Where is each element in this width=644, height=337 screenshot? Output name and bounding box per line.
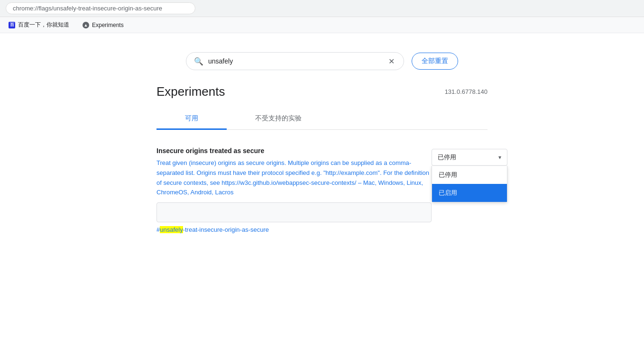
anchor-suffix: -treat-insecure-origin-as-secure	[183, 226, 269, 233]
search-input[interactable]: unsafely	[208, 57, 382, 65]
dropdown-menu: 已停用 已启用	[432, 166, 507, 202]
anchor-highlight: unsafely	[160, 226, 183, 233]
page-title: Experiments	[156, 84, 225, 99]
flag-content: Insecure origins treated as secure Treat…	[156, 147, 432, 233]
chevron-down-icon: ▾	[498, 154, 501, 161]
flag-anchor-link[interactable]: #unsafely-treat-insecure-origin-as-secur…	[156, 226, 269, 233]
tab-unavailable[interactable]: 不受支持的实验	[227, 109, 330, 130]
tabs-container: 可用 不受支持的实验	[156, 109, 488, 130]
bookmark-baidu-label: 百度一下，你就知道	[18, 21, 69, 29]
flag-anchor: #unsafely-treat-insecure-origin-as-secur…	[156, 226, 432, 233]
search-box: 🔍 unsafely ✕	[186, 52, 404, 70]
flag-dropdown-button[interactable]: 已停用 ▾	[432, 149, 507, 166]
dropdown-current-value: 已停用	[438, 153, 456, 162]
experiments-header: Experiments 131.0.6778.140	[156, 84, 488, 99]
flag-item: Insecure origins treated as secure Treat…	[156, 141, 488, 239]
browser-address-bar: chrome://flags/unsafely-treat-insecure-o…	[0, 0, 644, 17]
main-content: 🔍 unsafely ✕ 全部重置 Experiments 131.0.6778…	[0, 33, 644, 248]
address-bar[interactable]: chrome://flags/unsafely-treat-insecure-o…	[6, 2, 195, 14]
search-area: 🔍 unsafely ✕ 全部重置	[0, 43, 644, 84]
tab-available[interactable]: 可用	[156, 109, 227, 130]
flask-icon: ▲	[83, 22, 89, 28]
flag-text-input[interactable]	[156, 202, 432, 222]
search-icon: 🔍	[194, 57, 203, 66]
flag-dropdown-control: 已停用 ▾ 已停用 已启用	[432, 149, 507, 166]
bookmarks-bar: 百 百度一下，你就知道 ▲ Experiments	[0, 17, 644, 33]
bookmark-baidu[interactable]: 百 百度一下，你就知道	[6, 19, 72, 30]
address-bar-text: chrome://flags/unsafely-treat-insecure-o…	[13, 5, 162, 12]
bookmark-experiments-label: Experiments	[92, 22, 124, 28]
experiments-section: Experiments 131.0.6778.140 可用 不受支持的实验 In…	[0, 84, 644, 239]
clear-search-icon[interactable]: ✕	[386, 56, 396, 66]
dropdown-option-enabled[interactable]: 已启用	[432, 184, 507, 202]
flag-description: Treat given (insecure) origins as secure…	[156, 158, 432, 198]
version-text: 131.0.6778.140	[445, 88, 488, 95]
reset-button[interactable]: 全部重置	[412, 53, 458, 70]
bookmark-experiments[interactable]: ▲ Experiments	[80, 20, 127, 30]
baidu-icon: 百	[9, 22, 15, 28]
dropdown-option-disabled[interactable]: 已停用	[432, 166, 507, 184]
flag-title: Insecure origins treated as secure	[156, 147, 432, 155]
